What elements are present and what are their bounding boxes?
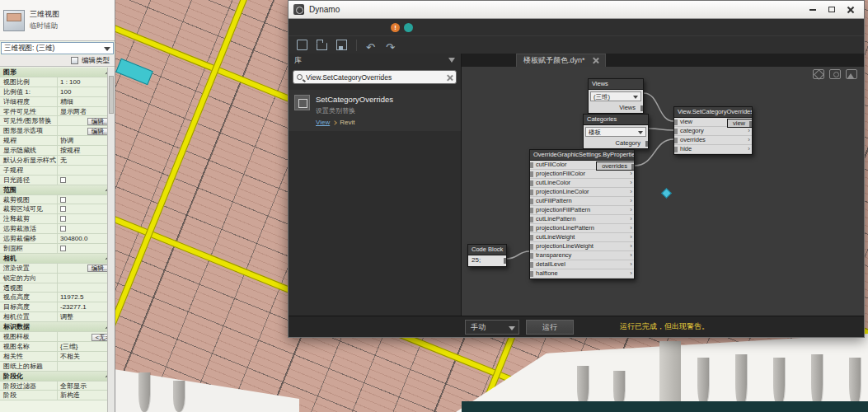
close-button[interactable] xyxy=(842,3,859,16)
property-value[interactable] xyxy=(58,224,115,233)
property-value[interactable]: 显示两者 显示两者 xyxy=(58,107,115,116)
property-value[interactable] xyxy=(58,166,115,175)
property-value[interactable]: 11972.5 11972.5 xyxy=(58,293,115,302)
property-checkbox[interactable] xyxy=(60,197,66,203)
maximize-button[interactable] xyxy=(823,3,840,16)
property-row[interactable]: 默认分析显示样式 无 无 xyxy=(0,156,115,166)
input-port-nub[interactable] xyxy=(530,217,533,222)
node-code-block[interactable]: Code Block 25; xyxy=(467,244,507,267)
property-row[interactable]: 注释裁剪 xyxy=(0,214,115,224)
property-row[interactable]: 阶段过滤器 全部显示 全部显示 xyxy=(0,382,115,391)
breadcrumb-view-link[interactable]: View xyxy=(316,119,330,126)
graph-canvas[interactable]: Views (三维) Views Categories 楼板 xyxy=(462,67,864,316)
input-port-nub[interactable] xyxy=(530,190,533,195)
input-port-nub[interactable] xyxy=(530,226,533,232)
clear-search-icon[interactable] xyxy=(446,74,453,81)
property-checkbox[interactable] xyxy=(60,226,66,232)
input-port-nub[interactable] xyxy=(530,199,533,204)
open-file-icon[interactable] xyxy=(317,43,327,50)
run-mode-dropdown[interactable]: 手动 xyxy=(465,320,519,335)
input-port-nub[interactable] xyxy=(530,180,533,186)
property-value[interactable]: 编辑... 编辑... xyxy=(58,126,115,135)
output-port[interactable]: view xyxy=(727,119,752,128)
property-row[interactable]: 图纸上的标题 xyxy=(0,362,115,372)
input-port-nub[interactable] xyxy=(530,208,533,213)
property-checkbox[interactable] xyxy=(60,177,66,183)
property-row[interactable]: 图形显示选项 编辑... 编辑... xyxy=(0,126,115,136)
node-title[interactable]: Code Block xyxy=(468,245,506,255)
node-title[interactable]: OverrideGraphicSettings.ByProperties xyxy=(530,150,634,161)
node-input-port[interactable]: category xyxy=(674,127,752,136)
property-value[interactable]: {三维} {三维} xyxy=(58,342,115,351)
categories-dropdown[interactable]: 楼板 xyxy=(585,127,646,137)
property-value[interactable]: <无> <无> xyxy=(58,332,115,341)
node-categories[interactable]: Categories 楼板 Category xyxy=(583,114,649,149)
property-row[interactable]: 透视图 xyxy=(0,283,115,293)
node-input-port[interactable]: cutFillPattern xyxy=(530,197,634,206)
type-selector-dropdown[interactable]: 三维视图: (三维) xyxy=(1,42,114,54)
property-checkbox[interactable] xyxy=(60,216,66,222)
property-row[interactable]: 相关性 不相关 不相关 xyxy=(0,352,115,362)
node-title[interactable]: View.SetCategoryOverrides xyxy=(674,107,752,118)
property-row[interactable]: 显示隐藏线 按规程 按规程 xyxy=(0,146,115,156)
input-port-nub[interactable] xyxy=(530,235,533,241)
palette-scrollbar[interactable] xyxy=(107,68,115,412)
search-result-item[interactable]: SetCategoryOverrides 设置类别替换 View Revit xyxy=(289,90,461,131)
input-port-nub[interactable] xyxy=(530,262,533,268)
node-input-port[interactable]: projectionLineColor xyxy=(530,188,634,197)
property-row[interactable]: 远剪裁激活 xyxy=(0,224,115,234)
property-value[interactable] xyxy=(58,244,115,253)
property-row[interactable]: 目标高度 -23277.1 -23277.1 xyxy=(0,302,115,312)
node-input-port[interactable]: overrides xyxy=(674,136,752,145)
node-input-port[interactable]: projectionFillColor xyxy=(530,170,634,179)
input-port-nub[interactable] xyxy=(674,129,678,134)
title-bar[interactable]: Dynamo xyxy=(289,1,864,19)
node-input-port[interactable]: projectionFillPattern xyxy=(530,206,634,215)
property-row[interactable]: 视点高度 11972.5 11972.5 xyxy=(0,293,115,302)
node-title[interactable]: Views xyxy=(589,79,643,90)
property-row[interactable]: 图形 xyxy=(0,68,115,77)
property-row[interactable]: 零件可见性 显示两者 显示两者 xyxy=(0,107,115,117)
library-search-box[interactable] xyxy=(293,70,457,84)
scrollbar-thumb[interactable] xyxy=(109,76,114,114)
property-value[interactable]: 精细 精细 xyxy=(58,97,115,106)
property-checkbox[interactable] xyxy=(60,206,66,212)
property-row[interactable]: 视图样板 <无> <无> xyxy=(0,332,115,342)
property-row[interactable]: 比例值 1: 100 100 xyxy=(0,87,115,97)
property-row[interactable]: 视图比例 1 : 100 1 : 100 xyxy=(0,77,115,87)
property-value[interactable] xyxy=(58,176,115,185)
input-port-nub[interactable] xyxy=(530,162,533,168)
input-port-nub[interactable] xyxy=(530,253,533,259)
search-input[interactable] xyxy=(306,73,443,82)
property-value[interactable]: 304800.0 304800.0 xyxy=(58,234,115,243)
node-input-port[interactable]: cutLineWeight xyxy=(530,233,634,242)
input-port-nub[interactable] xyxy=(530,244,533,250)
property-value[interactable]: 无 无 xyxy=(58,156,115,165)
input-port-nub[interactable] xyxy=(674,138,678,143)
property-row[interactable]: 裁剪视图 xyxy=(0,195,115,205)
minimize-button[interactable] xyxy=(805,3,821,16)
property-value[interactable]: 编辑... 编辑... xyxy=(58,264,115,273)
input-port-nub[interactable] xyxy=(674,147,678,152)
new-file-icon[interactable] xyxy=(297,40,307,50)
input-port-nub[interactable] xyxy=(674,119,678,125)
property-row[interactable]: 相机位置 调整 调整 xyxy=(0,312,115,322)
property-value[interactable] xyxy=(58,274,115,283)
property-row[interactable]: 标识数据 xyxy=(0,322,115,332)
property-value[interactable]: 新构造 新构造 xyxy=(58,391,115,400)
library-filter-icon[interactable] xyxy=(448,58,455,63)
property-row[interactable]: 裁剪区域可见 xyxy=(0,204,115,214)
camera-export-icon[interactable] xyxy=(829,69,841,79)
node-override-graphic-settings[interactable]: OverrideGraphicSettings.ByProperties cut… xyxy=(529,149,635,279)
output-port[interactable]: overrides xyxy=(596,162,634,171)
notification-icon[interactable] xyxy=(404,23,413,32)
input-port-nub[interactable] xyxy=(530,271,533,277)
workspace-tab[interactable]: 楼板赋予颜色.dyn* xyxy=(516,54,606,67)
node-input-port[interactable]: halftone xyxy=(530,269,634,279)
property-row[interactable]: 剖面框 xyxy=(0,244,115,254)
property-checkbox[interactable] xyxy=(60,246,66,251)
code-block-expression[interactable]: 25; xyxy=(468,255,506,266)
property-value[interactable]: 按规程 按规程 xyxy=(58,146,115,155)
views-dropdown[interactable]: (三维) xyxy=(590,91,641,101)
view-tool-badge[interactable]: 三维视图 临时辅助 xyxy=(0,0,115,41)
